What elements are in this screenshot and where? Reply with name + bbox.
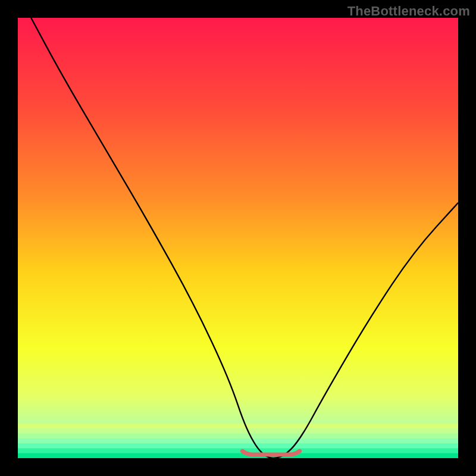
watermark-text: TheBottleneck.com [347,4,470,19]
chart-frame: TheBottleneck.com [0,0,476,476]
optimal-flat-segment [242,451,299,455]
plot-area [18,18,458,458]
curve-layer [18,18,458,458]
bottleneck-curve [31,18,458,458]
